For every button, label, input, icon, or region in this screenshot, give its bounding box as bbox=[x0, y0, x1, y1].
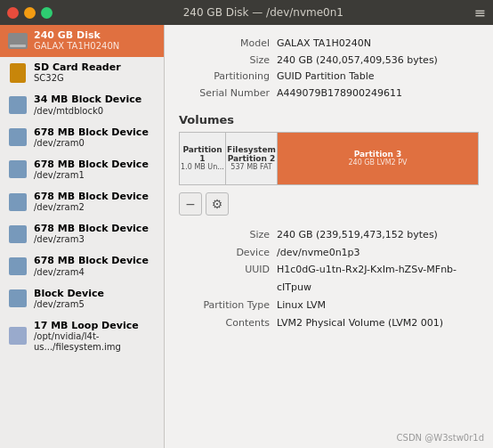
remove-partition-button[interactable]: − bbox=[179, 192, 202, 216]
close-button[interactable] bbox=[7, 7, 19, 19]
sidebar-item-zram5[interactable]: Block Device /dev/zram5 bbox=[0, 283, 164, 315]
sidebar-item-name: 678 MB Block Device bbox=[34, 255, 149, 266]
sidebar-item-sub: /dev/zram0 bbox=[34, 138, 149, 149]
sidebar-item-name: 17 MB Loop Device bbox=[34, 320, 157, 331]
sidebar-item-block-34mb[interactable]: 34 MB Block Device /dev/mtdblock0 bbox=[0, 89, 164, 121]
model-value: GALAX TA1H0240N bbox=[277, 36, 371, 53]
detail-device-value: /dev/nvme0n1p3 bbox=[277, 244, 360, 262]
partition-bar: Partition 1 1.0 MB Un... Filesystem Part… bbox=[179, 132, 479, 185]
model-label: Model bbox=[179, 36, 277, 53]
serial-label: Serial Number bbox=[179, 86, 277, 102]
part1-detail: 1.0 MB Un... bbox=[181, 163, 224, 171]
sidebar-item-name: 678 MB Block Device bbox=[34, 191, 149, 202]
sidebar-item-sub: /dev/zram4 bbox=[34, 267, 149, 278]
serial-row: Serial Number A449079B178900249611 bbox=[179, 86, 479, 102]
volumes-label: Volumes bbox=[179, 113, 479, 126]
block-icon bbox=[7, 94, 28, 116]
sidebar-item-name: 240 GB Disk bbox=[34, 29, 119, 41]
sidebar-item-name: Block Device bbox=[34, 288, 104, 299]
sidebar-item-zram3[interactable]: 678 MB Block Device /dev/zram3 bbox=[0, 218, 164, 250]
sidebar-item-sub: /dev/zram2 bbox=[34, 202, 149, 213]
sidebar-item-zram0[interactable]: 678 MB Block Device /dev/zram0 bbox=[0, 122, 164, 154]
maximize-button[interactable] bbox=[41, 7, 53, 19]
disk-icon bbox=[7, 30, 28, 52]
menu-icon[interactable]: ≡ bbox=[474, 4, 486, 21]
sidebar-item-loop[interactable]: 17 MB Loop Device /opt/nvidia/l4t-us.../… bbox=[0, 315, 164, 358]
partitioning-label: Partitioning bbox=[179, 69, 277, 86]
minimize-button[interactable] bbox=[24, 7, 36, 19]
detail-size-label: Size bbox=[179, 226, 277, 244]
sidebar-item-name: 678 MB Block Device bbox=[34, 223, 149, 234]
sidebar-item-sub: /dev/zram1 bbox=[34, 170, 149, 181]
block-icon bbox=[7, 256, 28, 277]
content-area: Model GALAX TA1H0240N Size 240 GB (240,0… bbox=[165, 25, 493, 448]
detail-partition-type-label: Partition Type bbox=[179, 297, 277, 314]
sidebar-item-sd-card[interactable]: SD Card Reader SC32G bbox=[0, 57, 164, 89]
main-container: 240 GB Disk GALAX TA1H0240N SD Card Read… bbox=[0, 25, 493, 448]
watermark: CSDN @W3stw0r1d bbox=[397, 433, 484, 443]
sidebar-item-sub: /dev/zram3 bbox=[34, 234, 149, 245]
sidebar-item-zram2[interactable]: 678 MB Block Device /dev/zram2 bbox=[0, 186, 164, 218]
size-row: Size 240 GB (240,057,409,536 bytes) bbox=[179, 53, 479, 69]
partitioning-row: Partitioning GUID Partition Table bbox=[179, 69, 479, 86]
partition-2-segment[interactable]: Filesystem Partition 2 537 MB FAT bbox=[226, 133, 278, 184]
detail-contents-label: Contents bbox=[179, 314, 277, 332]
sidebar-item-name: SD Card Reader bbox=[34, 61, 121, 73]
partition-settings-button[interactable]: ⚙ bbox=[206, 192, 229, 216]
sidebar-item-zram1[interactable]: 678 MB Block Device /dev/zram1 bbox=[0, 154, 164, 186]
partitioning-value: GUID Partition Table bbox=[277, 69, 375, 86]
detail-size-value: 240 GB (239,519,473,152 bytes) bbox=[277, 226, 438, 244]
window-title: 240 GB Disk — /dev/nvme0n1 bbox=[58, 6, 469, 19]
part3-name: Partition 3 bbox=[354, 150, 402, 159]
detail-size-row: Size 240 GB (239,519,473,152 bytes) bbox=[179, 226, 479, 244]
part2-fs: Filesystem bbox=[227, 145, 276, 154]
detail-device-row: Device /dev/nvme0n1p3 bbox=[179, 244, 479, 262]
sidebar-item-name: 34 MB Block Device bbox=[34, 94, 141, 105]
partition-1-segment[interactable]: Partition 1 1.0 MB Un... bbox=[180, 133, 226, 184]
detail-uuid-row: UUID H1c0dG-u1tn-Rx2J-KxIm-hZSv-MFnb-cIT… bbox=[179, 261, 479, 297]
sidebar-item-zram4[interactable]: 678 MB Block Device /dev/zram4 bbox=[0, 250, 164, 282]
title-bar: 240 GB Disk — /dev/nvme0n1 ≡ bbox=[0, 0, 493, 25]
size-label: Size bbox=[179, 53, 277, 69]
block-icon bbox=[7, 159, 28, 180]
detail-contents-row: Contents LVM2 Physical Volume (LVM2 001) bbox=[179, 314, 479, 332]
size-value: 240 GB (240,057,409,536 bytes) bbox=[277, 53, 438, 69]
part1-name: Partition 1 bbox=[180, 145, 225, 163]
block-icon bbox=[7, 224, 28, 245]
part2-detail: 537 MB FAT bbox=[230, 163, 271, 171]
model-row: Model GALAX TA1H0240N bbox=[179, 36, 479, 53]
sd-icon bbox=[7, 62, 28, 84]
sidebar-item-sub: /dev/zram5 bbox=[34, 299, 104, 310]
block-icon bbox=[7, 288, 28, 309]
partition-3-segment[interactable]: Partition 3 240 GB LVM2 PV bbox=[278, 133, 478, 184]
sidebar-item-name: 678 MB Block Device bbox=[34, 126, 149, 138]
block-icon bbox=[7, 126, 28, 148]
sidebar-item-sub: GALAX TA1H0240N bbox=[34, 41, 119, 52]
part3-detail: 240 GB LVM2 PV bbox=[349, 159, 408, 167]
minus-icon: − bbox=[185, 197, 196, 211]
block-icon bbox=[7, 191, 28, 213]
detail-device-label: Device bbox=[179, 244, 277, 262]
sidebar-item-sub: SC32G bbox=[34, 73, 121, 84]
serial-value: A449079B178900249611 bbox=[277, 86, 402, 102]
sidebar-item-sub: /dev/mtdblock0 bbox=[34, 106, 141, 117]
part2-name: Partition 2 bbox=[228, 154, 276, 163]
detail-uuid-value: H1c0dG-u1tn-Rx2J-KxIm-hZSv-MFnb-cITpuw bbox=[277, 261, 479, 297]
detail-contents-value: LVM2 Physical Volume (LVM2 001) bbox=[277, 314, 443, 332]
disk-info-table: Model GALAX TA1H0240N Size 240 GB (240,0… bbox=[179, 36, 479, 102]
sidebar-item-disk-240gb[interactable]: 240 GB Disk GALAX TA1H0240N bbox=[0, 25, 164, 57]
sidebar-item-sub: /opt/nvidia/l4t-us.../filesystem.img bbox=[34, 331, 157, 353]
sidebar: 240 GB Disk GALAX TA1H0240N SD Card Read… bbox=[0, 25, 165, 448]
gear-icon: ⚙ bbox=[212, 197, 223, 211]
detail-partition-type-value: Linux LVM bbox=[277, 297, 326, 314]
detail-uuid-label: UUID bbox=[179, 261, 277, 297]
loop-icon bbox=[7, 325, 28, 346]
detail-partition-type-row: Partition Type Linux LVM bbox=[179, 297, 479, 314]
partition-toolbar: − ⚙ bbox=[179, 192, 479, 216]
partition-detail-table: Size 240 GB (239,519,473,152 bytes) Devi… bbox=[179, 226, 479, 332]
sidebar-item-name: 678 MB Block Device bbox=[34, 159, 149, 170]
